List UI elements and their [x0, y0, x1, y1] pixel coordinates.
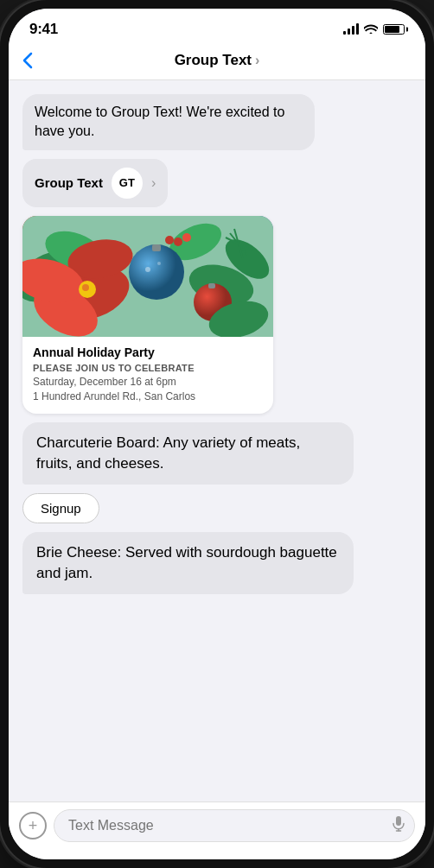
svg-point-19 — [174, 238, 182, 246]
event-card[interactable]: Annual Holiday Party PLEASE JOIN US TO C… — [22, 216, 273, 415]
group-avatar: GT — [112, 168, 143, 199]
nav-bar: Group Text › — [9, 45, 425, 80]
nav-title-arrow: › — [255, 53, 259, 68]
message-welcome: Welcome to Group Text! We're excited to … — [22, 94, 315, 150]
nav-title-text: Group Text — [175, 52, 252, 69]
event-subtitle: PLEASE JOIN US TO CELEBRATE — [33, 363, 263, 373]
signup-label: Signup — [41, 501, 81, 516]
message-brie-text: Brie Cheese: Served with sourdough bague… — [36, 544, 337, 581]
event-date: Saturday, December 16 at 6pm — [33, 375, 263, 390]
input-bar: + — [9, 801, 425, 859]
svg-rect-25 — [396, 816, 401, 826]
message-welcome-text: Welcome to Group Text! We're excited to … — [35, 105, 284, 138]
text-input-wrapper — [54, 809, 415, 842]
phone-shell: 9:41 — [0, 0, 434, 868]
message-brie: Brie Cheese: Served with sourdough bague… — [22, 532, 354, 594]
event-address: 1 Hundred Arundel Rd., San Carlos — [33, 390, 263, 404]
svg-rect-13 — [152, 244, 161, 251]
status-time: 9:41 — [29, 21, 58, 38]
svg-point-14 — [145, 267, 150, 272]
status-icons — [343, 23, 405, 36]
svg-rect-17 — [208, 283, 215, 288]
group-avatar-initials: GT — [119, 176, 135, 189]
event-title: Annual Holiday Party — [33, 345, 263, 359]
svg-point-21 — [165, 236, 174, 244]
text-message-input[interactable] — [54, 809, 415, 842]
mic-icon — [393, 816, 405, 835]
battery-icon — [383, 24, 405, 35]
add-button[interactable]: + — [19, 812, 47, 839]
svg-point-12 — [129, 244, 184, 300]
svg-point-11 — [82, 284, 89, 291]
add-icon: + — [29, 817, 38, 835]
signal-icon — [343, 24, 359, 35]
group-info-label: Group Text — [35, 175, 103, 190]
event-card-image — [22, 216, 273, 337]
message-charcuterie-text: Charcuterie Board: Any variety of meats,… — [36, 434, 300, 472]
message-charcuterie: Charcuterie Board: Any variety of meats,… — [22, 422, 354, 485]
group-info-card[interactable]: Group Text GT › — [22, 159, 168, 207]
signup-button[interactable]: Signup — [22, 493, 99, 523]
nav-title: Group Text › — [175, 52, 260, 69]
svg-point-20 — [182, 233, 191, 242]
back-button[interactable] — [22, 52, 33, 69]
status-bar: 9:41 — [9, 9, 425, 45]
messages-area: Welcome to Group Text! We're excited to … — [9, 80, 425, 801]
svg-point-15 — [157, 262, 161, 265]
phone-screen: 9:41 — [9, 9, 425, 859]
group-chevron-icon: › — [151, 175, 156, 191]
wifi-icon — [364, 23, 378, 36]
event-card-body: Annual Holiday Party PLEASE JOIN US TO C… — [22, 337, 273, 415]
